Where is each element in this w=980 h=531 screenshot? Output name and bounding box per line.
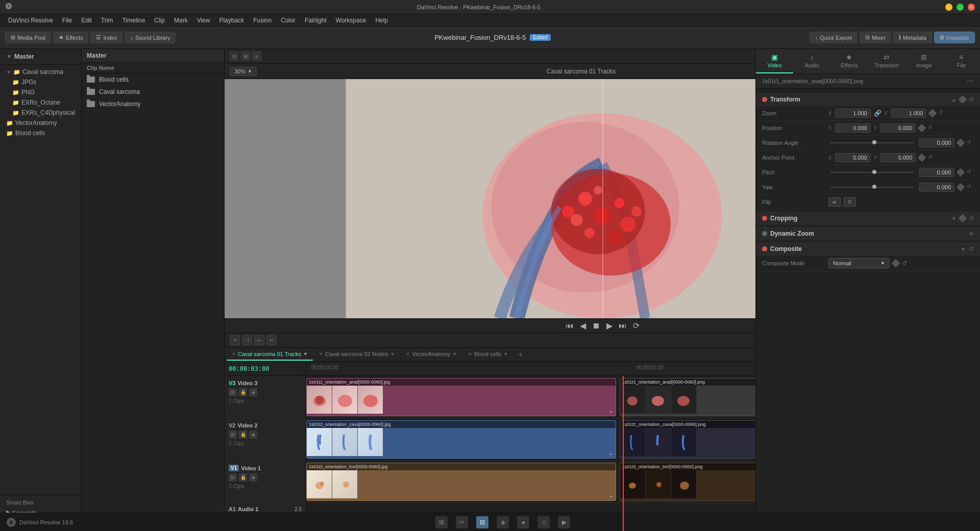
v2-solo-button[interactable]: ◈ — [249, 431, 257, 439]
zoom-link-icon[interactable]: 🔗 — [874, 110, 881, 117]
inspector-tab-file[interactable]: ≡ File — [943, 49, 980, 73]
dynamic-zoom-section-header[interactable]: Dynamic Zoom ▼ — [756, 227, 980, 240]
position-keyframe-button[interactable] — [918, 124, 926, 133]
anchor-x-input[interactable]: 0.000 — [835, 153, 871, 162]
sidebar-item-png[interactable]: 📁 PNG — [0, 87, 81, 97]
loop-button[interactable]: ⟳ — [633, 321, 640, 331]
sidebar-item-vector-anatomy[interactable]: 📁 VectorAnatomy — [0, 118, 81, 128]
menu-item-fairlight[interactable]: Fairlight — [301, 16, 331, 25]
rotation-keyframe-button[interactable] — [957, 139, 965, 147]
bottom-nav-cut-icon[interactable]: ✂ — [456, 516, 468, 528]
rotation-input[interactable]: 0.000 — [919, 138, 954, 147]
stop-button[interactable]: ⏹ — [592, 321, 600, 331]
composite-mode-select[interactable]: Normal ▼ — [828, 258, 890, 268]
zoom-keyframe-button[interactable] — [928, 109, 937, 118]
v3-lock-button[interactable]: 🔒 — [239, 388, 247, 396]
zoom-reset-button[interactable]: ↺ — [939, 110, 946, 117]
menu-item-color[interactable]: Color — [277, 16, 300, 25]
timeline-tab-caval-2[interactable]: ✕ Caval sarcoma 02 Nodes ▼ — [314, 348, 400, 361]
composite-row-reset-icon[interactable]: ↺ — [902, 260, 907, 267]
index-button[interactable]: ☰ Index — [90, 32, 122, 43]
menu-item-file[interactable]: File — [58, 16, 76, 25]
v1-lock-button[interactable]: 🔒 — [239, 473, 247, 482]
view-mode-grid-icon[interactable]: ⊞ — [241, 52, 250, 61]
sidebar-item-exrs-c4d[interactable]: 📁 EXRs_C4Dphysical — [0, 108, 81, 118]
inspector-tab-video[interactable]: ▣ Video — [756, 49, 793, 73]
cropping-section-header[interactable]: Cropping ▼ ↺ — [756, 212, 980, 225]
v3-clip-1[interactable]: 1s01t1_orientation_anat[0000-0060].jpg — [306, 378, 616, 416]
timeline-tab-caval-1[interactable]: ✕ Caval sarcoma 01 Tracks ▼ — [227, 348, 313, 361]
menu-item-help[interactable]: Help — [371, 16, 392, 25]
v3-solo-button[interactable]: ◈ — [249, 388, 257, 396]
v2-lock-button[interactable]: 🔒 — [239, 431, 247, 439]
anchor-y-input[interactable]: 0.000 — [880, 153, 916, 162]
timeline-tab-blood[interactable]: ✕ Blood cells ▼ — [463, 348, 513, 361]
step-forward-button[interactable]: ⏭ — [619, 321, 627, 331]
sidebar-item-exrs-octane[interactable]: 📁 EXRs_Octane — [0, 97, 81, 108]
v1-clip-1[interactable]: 1s01t3_orientation_tmr[0000-0060].jpg ⊢ — [306, 463, 616, 501]
flip-h-button[interactable]: ⇄ — [828, 197, 841, 207]
position-reset-button[interactable]: ↺ — [928, 124, 935, 132]
transform-section-header[interactable]: Transform ▲ ↺ — [756, 93, 980, 106]
media-pool-item-blood-cells[interactable]: Blood cells — [82, 73, 224, 86]
bottom-nav-fusion-icon[interactable]: ◈ — [497, 516, 509, 528]
anchor-reset-button[interactable]: ↺ — [928, 154, 935, 161]
zoom-y-input[interactable]: 1.000 — [891, 109, 926, 118]
timeline-tab-vector[interactable]: ✕ VectorAnatomy ▼ — [401, 348, 462, 361]
pitch-input[interactable]: 0.000 — [919, 168, 954, 177]
sound-library-button[interactable]: ♪ Sound Library — [125, 32, 176, 43]
rotation-slider[interactable] — [830, 142, 914, 143]
bottom-nav-color-icon[interactable]: ● — [517, 516, 529, 528]
v2-clip-1[interactable]: 1s01t2_orientation_cava[0000-0060].jpg — [306, 420, 616, 459]
transform-keyframe-button[interactable] — [959, 95, 967, 104]
v1-mute-button[interactable]: ⊟ — [229, 473, 237, 482]
menu-item-timeline[interactable]: Timeline — [118, 16, 149, 25]
anchor-keyframe-button[interactable] — [918, 154, 926, 162]
bottom-nav-edit-icon[interactable]: ⊟ — [476, 516, 488, 528]
view-mode-icon[interactable]: ⊟ — [230, 52, 239, 61]
v3-mute-button[interactable]: ⊟ — [229, 388, 237, 396]
play-button[interactable]: ▶ — [606, 321, 612, 331]
tool-blade-icon[interactable]: ✂ — [266, 335, 277, 345]
composite-reset-icon[interactable]: ↺ — [969, 245, 974, 252]
zoom-x-input[interactable]: 1.000 — [835, 109, 871, 118]
menu-item-workspace[interactable]: Workspace — [332, 16, 371, 25]
zoom-control[interactable]: 30% ▼ — [230, 67, 257, 76]
bottom-nav-media-icon[interactable]: ⊞ — [435, 516, 448, 528]
menu-item-mark[interactable]: Mark — [170, 16, 192, 25]
menu-item-view[interactable]: View — [193, 16, 214, 25]
yaw-reset-button[interactable]: ↺ — [967, 184, 974, 191]
flip-v-button[interactable]: ⇅ — [844, 197, 856, 207]
inspector-tab-effects[interactable]: ★ Effects — [830, 49, 868, 73]
cropping-reset-icon[interactable]: ↺ — [969, 215, 974, 222]
sidebar-item-jpgs[interactable]: 📁 JPGs — [0, 77, 81, 87]
sidebar-item-blood-cells[interactable]: 📁 Blood cells — [0, 128, 81, 138]
composite-keyframe-button[interactable] — [892, 259, 900, 268]
cropping-keyframe-button[interactable] — [959, 214, 967, 223]
v2-mute-button[interactable]: ⊟ — [229, 431, 237, 439]
effects-button[interactable]: ★ Effects — [53, 32, 88, 43]
mixer-button[interactable]: ⊟ Mixer — [860, 32, 891, 43]
rotation-reset-button[interactable]: ↺ — [967, 139, 974, 146]
menu-item-playback[interactable]: Playback — [215, 16, 248, 25]
yaw-slider[interactable] — [830, 187, 914, 188]
position-x-input[interactable]: 0.000 — [835, 123, 871, 133]
tool-trim-icon[interactable]: ⊣ — [242, 335, 252, 345]
maximize-button[interactable]: □ — [957, 4, 964, 11]
tool-select-icon[interactable]: ↗ — [230, 335, 240, 345]
bottom-nav-fairlight-icon[interactable]: ♫ — [537, 516, 550, 528]
view-list-icon[interactable]: ≡ — [252, 52, 261, 61]
menu-item-davinci-resolve[interactable]: DaVinci Resolve — [4, 16, 57, 25]
go-to-start-button[interactable]: ⏮ — [566, 321, 574, 331]
media-pool-item-vector-anatomy[interactable]: VectorAnatomy — [82, 98, 224, 110]
yaw-input[interactable]: 0.000 — [919, 183, 954, 192]
inspector-tab-transition[interactable]: ⇄ Transition — [868, 49, 905, 73]
inspector-button[interactable]: ⊞ Inspector — [934, 32, 975, 43]
transform-reset-icon[interactable]: ↺ — [969, 96, 974, 103]
tool-slip-icon[interactable]: ⊢ — [254, 335, 264, 345]
quick-export-button[interactable]: ↑ Quick Export — [810, 32, 857, 43]
pitch-reset-button[interactable]: ↺ — [967, 169, 974, 176]
pitch-keyframe-button[interactable] — [957, 168, 965, 177]
v1-solo-button[interactable]: ◈ — [249, 473, 257, 482]
metadata-button[interactable]: ℹ Metadata — [893, 32, 932, 43]
